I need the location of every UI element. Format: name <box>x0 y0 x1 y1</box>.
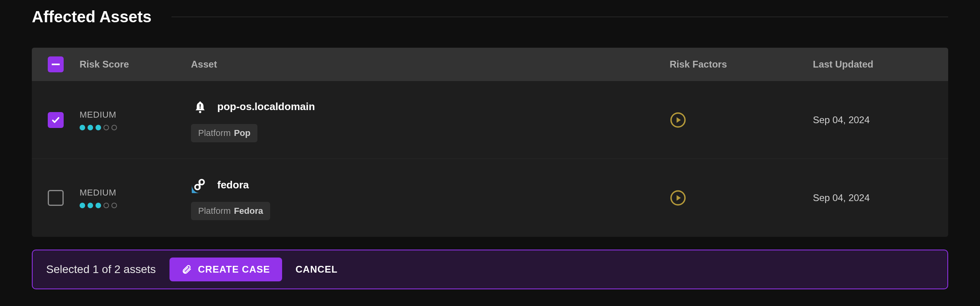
risk-dots <box>80 203 191 208</box>
cancel-button[interactable]: CANCEL <box>296 264 338 275</box>
last-updated-cell: Sep 04, 2024 <box>813 192 948 203</box>
risk-dot-filled <box>95 203 101 208</box>
svg-rect-1 <box>200 104 201 107</box>
page-title: Affected Assets <box>32 8 152 26</box>
col-header-last-updated[interactable]: Last Updated <box>813 59 948 70</box>
svg-point-0 <box>199 110 201 113</box>
platform-badge: Platform Fedora <box>191 202 270 220</box>
row-checkbox[interactable] <box>48 190 64 206</box>
col-header-asset[interactable]: Asset <box>191 59 670 70</box>
risk-score-cell: MEDIUM <box>80 110 191 130</box>
risk-dot-empty <box>103 203 109 208</box>
risk-factors-cell <box>670 112 813 128</box>
table-row[interactable]: MEDIUM <box>32 81 948 159</box>
table-row[interactable]: MEDIUM <box>32 159 948 237</box>
risk-dot-filled <box>88 203 93 208</box>
paperclip-icon <box>181 264 192 275</box>
section-header: Affected Assets <box>32 8 948 26</box>
asset-cell: fedora Platform Fedora <box>191 176 670 220</box>
play-circle-icon[interactable] <box>670 190 686 206</box>
risk-dot-filled <box>80 203 85 208</box>
platform-label: Platform <box>198 206 231 216</box>
fedora-icon <box>191 176 209 194</box>
asset-name[interactable]: pop-os.localdomain <box>217 101 315 113</box>
create-case-button[interactable]: CREATE CASE <box>170 258 282 281</box>
svg-marker-9 <box>677 195 681 201</box>
risk-dot-filled <box>80 125 85 130</box>
risk-dot-filled <box>88 125 93 130</box>
play-circle-icon[interactable] <box>670 112 686 128</box>
platform-label: Platform <box>198 128 231 138</box>
col-header-risk-score[interactable]: Risk Score <box>80 59 191 70</box>
minus-icon <box>52 64 60 65</box>
svg-rect-7 <box>199 181 201 188</box>
risk-dot-filled <box>95 125 101 130</box>
risk-factors-cell <box>670 190 813 206</box>
selected-count-text: Selected 1 of 2 assets <box>46 263 156 276</box>
platform-value: Fedora <box>234 206 263 216</box>
risk-level-label: MEDIUM <box>80 188 191 198</box>
platform-value: Pop <box>234 128 251 138</box>
asset-name[interactable]: fedora <box>217 179 249 191</box>
create-case-label: CREATE CASE <box>198 264 270 275</box>
risk-dot-empty <box>103 125 109 130</box>
row-checkbox[interactable] <box>48 112 64 128</box>
selection-action-bar: Selected 1 of 2 assets CREATE CASE CANCE… <box>32 250 948 289</box>
asset-cell: pop-os.localdomain Platform Pop <box>191 98 670 142</box>
risk-dots <box>80 125 191 130</box>
table-header-row: Risk Score Asset Risk Factors Last Updat… <box>32 48 948 81</box>
select-all-checkbox[interactable] <box>48 56 64 72</box>
last-updated-cell: Sep 04, 2024 <box>813 114 948 126</box>
risk-score-cell: MEDIUM <box>80 188 191 208</box>
col-header-risk-factors[interactable]: Risk Factors <box>670 59 813 70</box>
risk-level-label: MEDIUM <box>80 110 191 120</box>
platform-badge: Platform Pop <box>191 124 257 142</box>
check-icon <box>51 116 60 124</box>
risk-dot-empty <box>111 203 117 208</box>
svg-marker-4 <box>677 117 681 123</box>
svg-point-2 <box>199 107 201 108</box>
assets-table: Risk Score Asset Risk Factors Last Updat… <box>32 48 948 237</box>
divider <box>171 17 948 17</box>
bell-alert-icon <box>191 98 209 116</box>
risk-dot-empty <box>111 125 117 130</box>
